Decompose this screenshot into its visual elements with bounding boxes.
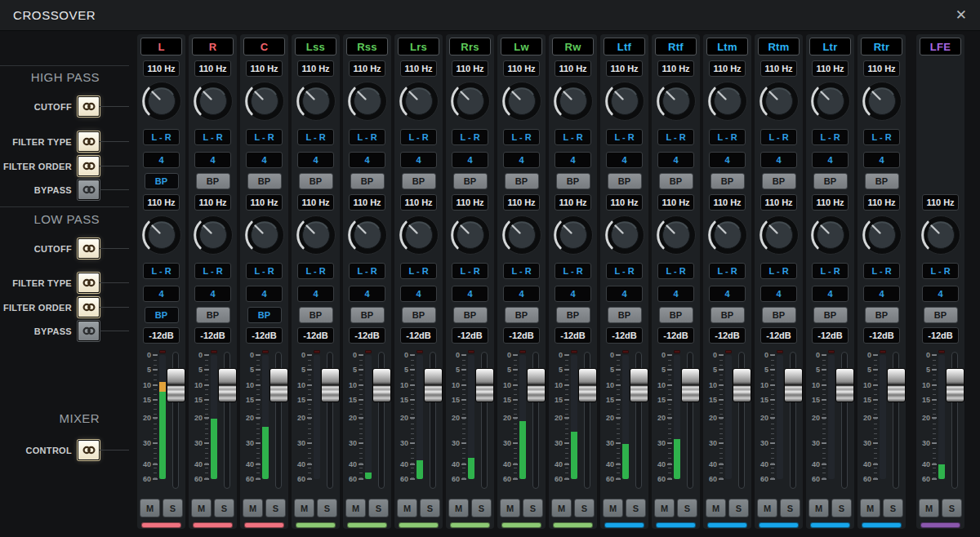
lp-filter-type-button[interactable]: L - R — [143, 263, 180, 279]
fader-handle[interactable] — [946, 368, 964, 402]
solo-button[interactable]: S — [214, 499, 234, 517]
hp-filter-type-button[interactable]: L - R — [349, 129, 385, 145]
gain-value[interactable]: -12dB — [503, 327, 540, 344]
cutoff-knob[interactable] — [346, 214, 389, 256]
mute-button[interactable]: M — [860, 499, 880, 517]
hp-filter-type-button[interactable]: L - R — [555, 129, 591, 145]
cutoff-knob[interactable] — [861, 80, 903, 122]
lp-filter-order-button[interactable]: 4 — [297, 286, 334, 302]
hp-cutoff-value[interactable]: 110 Hz — [297, 60, 334, 77]
lp-bypass-button[interactable]: BP — [608, 307, 642, 323]
cutoff-knob[interactable] — [398, 214, 440, 256]
lp-filter-type-button[interactable]: L - R — [760, 263, 797, 279]
link-toggle-button[interactable] — [78, 238, 100, 259]
lp-filter-order-button[interactable]: 4 — [555, 286, 591, 302]
mute-button[interactable]: M — [706, 499, 726, 517]
hp-bypass-button[interactable]: BP — [402, 173, 436, 189]
cutoff-knob[interactable] — [192, 214, 234, 256]
solo-button[interactable]: S — [420, 499, 440, 517]
hp-cutoff-value[interactable]: 110 Hz — [400, 60, 437, 77]
hp-cutoff-value[interactable]: 110 Hz — [349, 60, 385, 77]
hp-filter-type-button[interactable]: L - R — [760, 129, 797, 145]
link-toggle-button[interactable] — [78, 297, 100, 317]
lp-bypass-button[interactable]: BP — [924, 307, 958, 323]
link-toggle-button[interactable] — [78, 180, 100, 200]
gain-value[interactable]: -12dB — [709, 327, 746, 344]
hp-cutoff-value[interactable]: 110 Hz — [246, 60, 283, 77]
lp-cutoff-value[interactable]: 110 Hz — [452, 194, 488, 211]
hp-filter-order-button[interactable]: 4 — [606, 152, 643, 168]
cutoff-knob[interactable] — [192, 80, 234, 122]
gain-value[interactable]: -12dB — [863, 327, 900, 344]
hp-cutoff-value[interactable]: 110 Hz — [452, 60, 488, 77]
fader-handle[interactable] — [887, 368, 906, 402]
lp-filter-order-button[interactable]: 4 — [922, 286, 959, 302]
gain-value[interactable]: -12dB — [452, 327, 488, 344]
hp-bypass-button[interactable]: BP — [556, 173, 590, 189]
lp-cutoff-value[interactable]: 110 Hz — [349, 194, 385, 211]
cutoff-knob[interactable] — [552, 214, 595, 256]
hp-cutoff-value[interactable]: 110 Hz — [709, 60, 746, 77]
mute-button[interactable]: M — [243, 499, 263, 517]
cutoff-knob[interactable] — [449, 80, 492, 122]
gain-value[interactable]: -12dB — [606, 327, 643, 344]
cutoff-knob[interactable] — [398, 80, 440, 122]
mute-button[interactable]: M — [500, 499, 520, 517]
hp-filter-type-button[interactable]: L - R — [606, 129, 643, 145]
fader-handle[interactable] — [784, 368, 803, 402]
lp-cutoff-value[interactable]: 110 Hz — [194, 194, 231, 211]
lp-cutoff-value[interactable]: 110 Hz — [606, 194, 643, 211]
mute-button[interactable]: M — [603, 499, 623, 517]
hp-cutoff-value[interactable]: 110 Hz — [503, 60, 540, 77]
cutoff-knob[interactable] — [758, 80, 800, 122]
solo-button[interactable]: S — [626, 499, 646, 517]
hp-cutoff-value[interactable]: 110 Hz — [657, 60, 694, 77]
solo-button[interactable]: S — [677, 499, 697, 517]
fader-handle[interactable] — [733, 368, 751, 402]
gain-value[interactable]: -12dB — [555, 327, 591, 344]
hp-filter-order-button[interactable]: 4 — [503, 152, 540, 168]
solo-button[interactable]: S — [523, 499, 543, 517]
cutoff-knob[interactable] — [346, 80, 389, 122]
cutoff-knob[interactable] — [140, 214, 183, 256]
lp-cutoff-value[interactable]: 110 Hz — [143, 194, 180, 211]
hp-bypass-button[interactable]: BP — [505, 173, 539, 189]
link-toggle-button[interactable] — [78, 321, 100, 341]
lp-filter-type-button[interactable]: L - R — [297, 263, 334, 279]
hp-cutoff-value[interactable]: 110 Hz — [143, 60, 180, 77]
lp-filter-order-button[interactable]: 4 — [503, 286, 540, 302]
hp-filter-type-button[interactable]: L - R — [452, 129, 488, 145]
hp-cutoff-value[interactable]: 110 Hz — [812, 60, 849, 77]
hp-bypass-button[interactable]: BP — [350, 173, 385, 189]
lp-cutoff-value[interactable]: 110 Hz — [760, 194, 797, 211]
lp-cutoff-value[interactable]: 110 Hz — [709, 194, 746, 211]
solo-button[interactable]: S — [574, 499, 595, 517]
hp-bypass-button[interactable]: BP — [813, 173, 848, 189]
hp-filter-type-button[interactable]: L - R — [863, 129, 900, 145]
hp-bypass-button[interactable]: BP — [196, 173, 230, 189]
cutoff-knob[interactable] — [295, 80, 337, 122]
hp-cutoff-value[interactable]: 110 Hz — [555, 60, 591, 77]
lp-bypass-button[interactable]: BP — [453, 307, 488, 323]
hp-filter-order-button[interactable]: 4 — [194, 152, 231, 168]
mute-button[interactable]: M — [191, 499, 212, 517]
gain-value[interactable]: -12dB — [657, 327, 694, 344]
hp-filter-type-button[interactable]: L - R — [194, 129, 231, 145]
lp-bypass-button[interactable]: BP — [299, 307, 333, 323]
gain-value[interactable]: -12dB — [194, 327, 231, 344]
gain-value[interactable]: -12dB — [143, 327, 180, 344]
hp-filter-order-button[interactable]: 4 — [297, 152, 334, 168]
cutoff-knob[interactable] — [706, 214, 749, 256]
cutoff-knob[interactable] — [706, 80, 749, 122]
hp-filter-order-button[interactable]: 4 — [863, 152, 900, 168]
gain-value[interactable]: -12dB — [922, 327, 959, 344]
lp-filter-order-button[interactable]: 4 — [143, 286, 180, 302]
cutoff-knob[interactable] — [920, 214, 962, 256]
hp-filter-order-button[interactable]: 4 — [555, 152, 591, 168]
lp-cutoff-value[interactable]: 110 Hz — [657, 194, 694, 211]
lp-filter-order-button[interactable]: 4 — [863, 286, 900, 302]
hp-filter-order-button[interactable]: 4 — [143, 152, 180, 168]
mute-button[interactable]: M — [757, 499, 777, 517]
lp-filter-type-button[interactable]: L - R — [400, 263, 437, 279]
link-toggle-button[interactable] — [78, 96, 100, 117]
